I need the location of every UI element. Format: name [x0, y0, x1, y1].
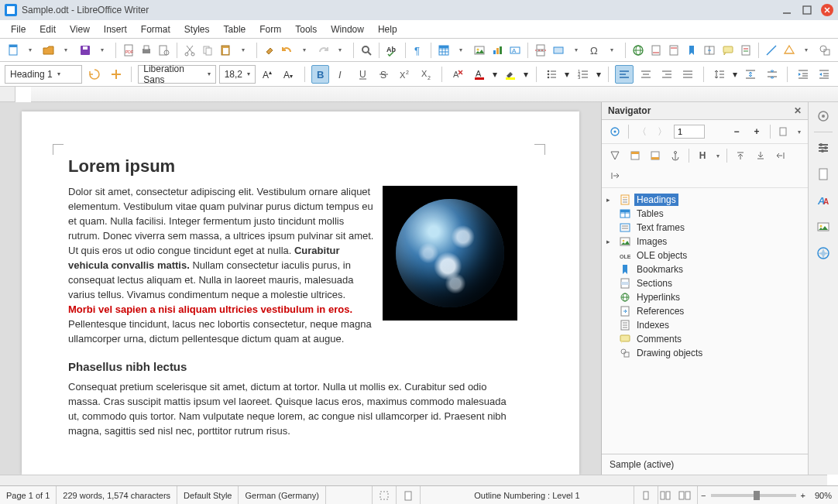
heading-2[interactable]: Phasellus nibh lectus [68, 360, 517, 373]
nav-demote-level-button[interactable] [606, 167, 623, 184]
nav-item-images[interactable]: ▸Images [605, 235, 805, 249]
nav-header-button[interactable] [627, 147, 644, 164]
status-view-multi[interactable] [658, 486, 672, 504]
menu-help[interactable]: Help [372, 22, 404, 37]
insert-hyperlink-button[interactable] [630, 41, 647, 60]
export-pdf-button[interactable]: PDF [120, 41, 137, 60]
insert-textbox-button[interactable]: A [507, 41, 524, 60]
status-pagestyle[interactable]: Default Style [177, 486, 239, 504]
status-view-single[interactable] [634, 486, 658, 504]
copy-button[interactable] [199, 41, 216, 60]
undo-dropdown[interactable] [297, 41, 314, 60]
status-signature[interactable] [397, 486, 421, 504]
menu-styles[interactable]: Styles [178, 22, 216, 37]
strikethrough-button[interactable]: S [375, 65, 393, 84]
clear-format-button[interactable]: A [448, 65, 466, 84]
nav-content-view-button[interactable] [606, 147, 623, 164]
menu-format[interactable]: Format [135, 22, 177, 37]
document-area[interactable]: Lorem ipsum Dolor sit amet, consectetur … [0, 102, 601, 475]
print-preview-button[interactable] [156, 41, 173, 60]
subscript-button[interactable]: X2 [417, 65, 435, 84]
nav-move-down-button[interactable] [752, 147, 769, 164]
font-color-dropdown[interactable]: ▾ [491, 65, 498, 84]
underline-button[interactable]: U [354, 65, 372, 84]
properties-deck-button[interactable] [812, 137, 834, 159]
nav-item-tables[interactable]: Tables [605, 207, 805, 221]
menu-tools[interactable]: Tools [289, 22, 323, 37]
nav-move-up-button[interactable] [732, 147, 749, 164]
bullet-list-dropdown[interactable]: ▾ [564, 65, 571, 84]
nav-page-input[interactable] [674, 125, 705, 139]
align-right-button[interactable] [658, 65, 675, 84]
nav-demote-button[interactable]: − [728, 123, 745, 140]
nav-heading-levels-dropdown[interactable]: ▾ [714, 147, 722, 164]
navigator-deck-button[interactable] [812, 242, 834, 264]
paragraph-2[interactable]: Consequat pretium scelerisque sit amet, … [68, 379, 517, 438]
decrease-para-space-button[interactable] [763, 65, 781, 84]
page-deck-button[interactable] [812, 163, 834, 185]
insert-comment-button[interactable] [720, 41, 737, 60]
insert-image-button[interactable] [471, 41, 488, 60]
highlight-dropdown[interactable]: ▾ [523, 65, 530, 84]
nav-next-button[interactable]: 〉 [654, 123, 671, 140]
sidebar-settings-button[interactable] [812, 105, 834, 127]
status-view-book[interactable] [672, 486, 698, 504]
open-dropdown[interactable] [58, 41, 75, 60]
number-list-button[interactable]: 123 [574, 65, 592, 84]
nav-anchor-button[interactable] [667, 147, 684, 164]
paragraph-style-combo[interactable]: Heading 1▾ [5, 65, 82, 84]
find-button[interactable] [358, 41, 375, 60]
undo-button[interactable] [279, 41, 296, 60]
zoom-out-button[interactable]: − [701, 491, 706, 500]
nav-prev-button[interactable]: 〈 [634, 123, 651, 140]
insert-field-dropdown[interactable] [568, 41, 586, 60]
increase-para-space-button[interactable] [742, 65, 760, 84]
open-button[interactable] [40, 41, 57, 60]
justify-button[interactable] [679, 65, 697, 84]
align-left-button[interactable] [615, 65, 634, 84]
heading-1[interactable]: Lorem ipsum [68, 156, 517, 177]
highlight-button[interactable] [501, 65, 519, 84]
new-button[interactable] [5, 41, 22, 60]
styles-deck-button[interactable]: AA [812, 190, 834, 211]
line-button[interactable] [763, 41, 780, 60]
zoom-slider[interactable] [711, 494, 796, 497]
align-center-button[interactable] [637, 65, 654, 84]
status-wordcount[interactable]: 229 words, 1,574 characters [57, 486, 177, 504]
track-changes-button[interactable] [737, 41, 754, 60]
nav-dragmode-button[interactable] [775, 123, 792, 140]
menu-view[interactable]: View [64, 22, 96, 37]
redo-dropdown[interactable] [332, 41, 349, 60]
font-name-combo[interactable]: Liberation Sans▾ [138, 65, 215, 84]
nav-promote-button[interactable]: + [748, 123, 765, 140]
paste-dropdown[interactable] [235, 41, 252, 60]
grow-font-button[interactable]: A▴ [259, 65, 276, 84]
insert-table-dropdown[interactable] [453, 41, 470, 60]
insert-cross-ref-button[interactable] [701, 41, 718, 60]
menu-file[interactable]: File [5, 22, 32, 37]
gallery-deck-button[interactable] [812, 216, 834, 238]
nav-item-headings[interactable]: ▸Headings [605, 193, 805, 207]
clone-format-button[interactable] [261, 41, 278, 60]
superscript-button[interactable]: X2 [397, 65, 414, 84]
status-page[interactable]: Page 1 of 1 [0, 486, 57, 504]
basic-shapes-button[interactable] [781, 41, 798, 60]
menu-edit[interactable]: Edit [33, 22, 62, 37]
update-style-button[interactable] [85, 65, 103, 84]
insert-field-button[interactable] [550, 41, 567, 60]
nav-toggle-button[interactable] [606, 123, 623, 140]
status-language[interactable]: German (Germany) [239, 486, 325, 504]
menu-form[interactable]: Form [253, 22, 287, 37]
menu-window[interactable]: Window [325, 22, 370, 37]
zoom-percent[interactable]: 90% [809, 486, 838, 504]
nav-item-hyperlinks[interactable]: Hyperlinks [605, 290, 805, 304]
decrease-indent-button[interactable] [816, 65, 833, 84]
font-color-button[interactable]: A [470, 65, 488, 84]
nav-item-references[interactable]: References [605, 304, 805, 318]
horizontal-scrollbar[interactable] [0, 475, 827, 485]
zoom-in-button[interactable]: + [801, 491, 805, 500]
insert-page-break-button[interactable] [532, 41, 549, 60]
nav-item-indexes[interactable]: Indexes [605, 318, 805, 332]
redo-button[interactable] [314, 41, 331, 60]
nav-item-ole-objects[interactable]: OLEOLE objects [605, 249, 805, 262]
